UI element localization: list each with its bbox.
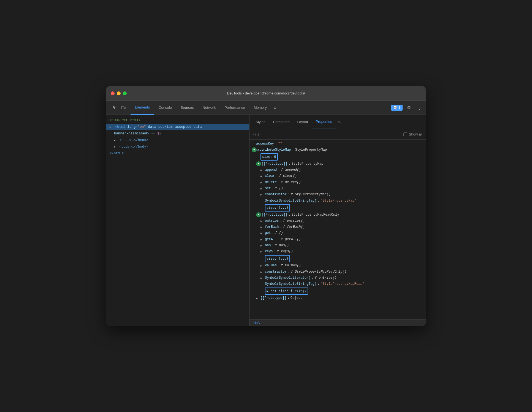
tab-computed[interactable]: Computed bbox=[269, 115, 293, 129]
tab-memory[interactable]: Memory bbox=[249, 101, 271, 115]
settings-icon[interactable]: ⚙ bbox=[405, 104, 413, 112]
device-toolbar-icon[interactable] bbox=[120, 104, 127, 112]
breadcrumb-html[interactable]: html bbox=[253, 321, 260, 324]
dom-head[interactable]: ▶ <head>…</head> bbox=[106, 137, 249, 143]
fullscreen-button[interactable] bbox=[123, 91, 127, 95]
main-tabbar: Elements Console Sources Network Perform… bbox=[106, 101, 426, 115]
window-title: DevTools - developer.chrome.com/docs/dev… bbox=[227, 91, 305, 95]
prop-keys: ▶ keys : f keys() bbox=[249, 248, 426, 254]
prop-has: ▶ has : f has() bbox=[249, 242, 426, 248]
titlebar: DevTools - developer.chrome.com/docs/dev… bbox=[106, 86, 426, 101]
minimize-button[interactable] bbox=[117, 91, 121, 95]
devtools-window: DevTools - developer.chrome.com/docs/dev… bbox=[106, 86, 426, 326]
prop-values: ▶ values : f values() bbox=[249, 262, 426, 269]
tab-properties[interactable]: Properties bbox=[312, 115, 336, 129]
right-panel: Styles Computed Layout Properties » bbox=[249, 115, 426, 319]
show-all-label: Show all bbox=[409, 132, 422, 136]
size-ellipsis-box-2: size: (...) bbox=[265, 255, 290, 262]
status-bar: html bbox=[249, 319, 426, 326]
tab-layout[interactable]: Layout bbox=[293, 115, 312, 129]
dom-panel: <!DOCTYPE html> ▶ <html lang="en" data-c… bbox=[106, 115, 249, 326]
tabbar-right: 💬 1 ⚙ ⋮ bbox=[391, 104, 424, 112]
svg-rect-1 bbox=[124, 107, 125, 109]
prop-size-0: size: 0 bbox=[249, 153, 426, 161]
prop-symbol-tostring-ro: Symbol(Symbol.toStringTag) : "StylePrope… bbox=[249, 281, 426, 287]
prop-symbol-iterator: ▶ Symbol(Symbol.iterator) : f entries() bbox=[249, 275, 426, 281]
tab-elements[interactable]: Elements bbox=[131, 101, 154, 115]
dom-html-close: </html> bbox=[106, 150, 249, 157]
prop-symbol-tostring: Symbol(Symbol.toStringTag) : "StylePrope… bbox=[249, 198, 426, 204]
prop-size-ellipsis-2: size: (...) bbox=[249, 255, 426, 262]
more-right-tabs[interactable]: » bbox=[336, 119, 343, 125]
more-options-icon[interactable]: ⋮ bbox=[415, 104, 424, 112]
tab-network[interactable]: Network bbox=[198, 101, 220, 115]
right-tabbar: Styles Computed Layout Properties » bbox=[249, 115, 426, 129]
prop-attribute-style-map[interactable]: ▼ attributeStyleMap : StylePropertyMap bbox=[249, 147, 426, 153]
feedback-badge[interactable]: 💬 1 bbox=[391, 105, 403, 111]
expand-prototype-ro-circle[interactable]: ▼ bbox=[256, 212, 261, 217]
properties-panel: accessKey : "" ▼ attributeStyleMap : Sty… bbox=[249, 140, 426, 319]
expand-arrow[interactable]: ▶ bbox=[110, 125, 113, 129]
tab-console[interactable]: Console bbox=[154, 101, 176, 115]
toolbar-icons bbox=[108, 104, 129, 112]
dom-html-continued: banner-dismissed> == $0 bbox=[106, 130, 249, 137]
prop-getall: ▶ getAll : f getAll() bbox=[249, 236, 426, 242]
show-all-area: Show all bbox=[403, 132, 422, 136]
chat-icon: 💬 bbox=[393, 106, 397, 110]
close-button[interactable] bbox=[111, 91, 115, 95]
expand-prototype-circle[interactable]: ▼ bbox=[256, 161, 261, 166]
filter-bar: Show all bbox=[249, 129, 426, 140]
prop-size-ellipsis-1: size: (...) bbox=[249, 204, 426, 212]
prop-access-key: accessKey : "" bbox=[249, 141, 426, 147]
prop-constructor: ▶ constructor : f StylePropertyMap() bbox=[249, 191, 426, 197]
prop-clear: ▶ clear : f clear() bbox=[249, 173, 426, 179]
size-box-0: size: 0 bbox=[260, 153, 278, 160]
tab-sources[interactable]: Sources bbox=[176, 101, 198, 115]
main-content: <!DOCTYPE html> ▶ <html lang="en" data-c… bbox=[106, 115, 426, 326]
more-tabs-button[interactable]: » bbox=[271, 101, 279, 115]
prop-constructor-ro: ▶ constructor : f StylePropertyMapReadOn… bbox=[249, 269, 426, 275]
expand-green-circle[interactable]: ▼ bbox=[252, 147, 257, 152]
dom-body[interactable]: ▶ <body>…</body> bbox=[106, 143, 249, 150]
prop-get: ▶ get : f () bbox=[249, 230, 426, 236]
prop-set: ▶ set : f () bbox=[249, 185, 426, 191]
prop-delete: ▶ delete : f delete() bbox=[249, 179, 426, 185]
dom-html-element[interactable]: ▶ <html lang="en" data-cookies-accepted … bbox=[106, 124, 249, 130]
prop-prototype-spm[interactable]: ▼ [[Prototype]] : StylePropertyMap bbox=[249, 161, 426, 167]
inspect-icon[interactable] bbox=[111, 104, 118, 112]
prop-entries: ▶ entries : f entries() bbox=[249, 218, 426, 224]
filter-input[interactable] bbox=[253, 132, 401, 136]
get-size-box: ▶ get size: f size() bbox=[265, 288, 308, 295]
prop-foreach: ▶ forEach : f forEach() bbox=[249, 224, 426, 230]
show-all-checkbox[interactable] bbox=[403, 132, 407, 136]
size-ellipsis-box-1: size: (...) bbox=[265, 204, 290, 211]
prop-prototype-object: ▶ [[Prototype]] : Object bbox=[249, 295, 426, 301]
tab-performance[interactable]: Performance bbox=[220, 101, 249, 115]
prop-append: ▶ append : f append() bbox=[249, 167, 426, 173]
dom-doctype: <!DOCTYPE html> bbox=[106, 117, 249, 124]
prop-get-size: ▶ get size: f size() bbox=[249, 287, 426, 295]
traffic-lights bbox=[111, 91, 127, 95]
svg-rect-0 bbox=[122, 106, 124, 109]
prop-prototype-spmro[interactable]: ▼ [[Prototype]] : StylePropertyMapReadOn… bbox=[249, 212, 426, 218]
tab-styles[interactable]: Styles bbox=[252, 115, 269, 129]
